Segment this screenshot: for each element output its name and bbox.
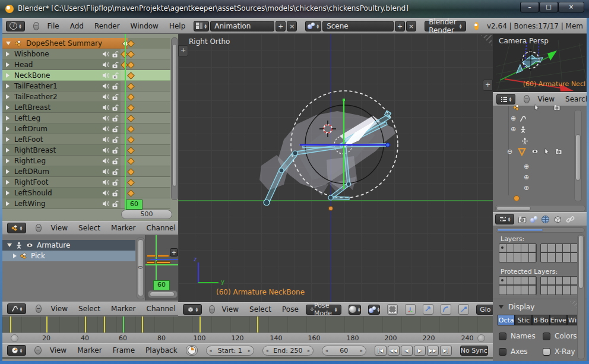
transport-button[interactable]: ▶|	[440, 346, 452, 356]
expand-icon[interactable]	[6, 201, 10, 206]
expand-icon[interactable]	[6, 105, 10, 110]
protected-layers-grid-left[interactable]	[499, 276, 537, 295]
keyframe-diamond[interactable]	[127, 115, 135, 122]
timeline-band[interactable]	[2, 316, 493, 333]
graph-channel-pick[interactable]: Pick	[2, 251, 135, 261]
collapse-menus-button[interactable]: −	[209, 305, 215, 314]
start-frame-field[interactable]: Start: 1	[206, 346, 254, 356]
keyframe-diamond[interactable]	[127, 157, 135, 165]
bone-style-button[interactable]: Stic	[515, 315, 532, 325]
keyframe-marker-line[interactable]	[85, 316, 86, 333]
current-frame-field[interactable]: 60	[322, 346, 366, 356]
mute-speaker-icon[interactable]	[102, 61, 109, 68]
transport-button[interactable]: ▶▶	[427, 346, 439, 356]
lock-icon[interactable]	[112, 104, 119, 111]
mute-speaker-icon[interactable]	[102, 50, 109, 58]
mute-speaker-icon[interactable]	[102, 147, 109, 154]
dopesheet-channel-row[interactable]: RightFoot	[2, 177, 170, 188]
checkbox-icon[interactable]	[543, 333, 550, 340]
screen-layout-icon-button[interactable]	[194, 21, 209, 31]
menu-item[interactable]: Window	[131, 22, 159, 30]
cursor-icon[interactable]	[533, 104, 540, 111]
collapse-menus-button[interactable]: −	[36, 305, 42, 313]
range-slider[interactable]: 500	[121, 210, 172, 219]
dopesheet-channel-row[interactable]: Head	[2, 59, 170, 70]
scrollbar-endcap[interactable]	[11, 334, 18, 342]
menu-item[interactable]: Select	[78, 224, 100, 232]
end-frame-field[interactable]: End: 250	[262, 346, 314, 356]
mute-speaker-icon[interactable]	[102, 115, 109, 122]
viewport-3d[interactable]: Right Ortho + + z y (60) Armature NeckBo…	[178, 34, 493, 316]
add-panel-button[interactable]: +	[170, 248, 178, 257]
lock-icon[interactable]	[112, 147, 119, 154]
lock-icon[interactable]	[112, 83, 119, 90]
bone-style-button[interactable]: Enve	[550, 315, 567, 325]
menu-item[interactable]: Playback	[145, 346, 178, 354]
selected-keyframe-bar[interactable]	[157, 255, 169, 257]
dopesheet-channel-row[interactable]: LeftDRum	[2, 166, 170, 177]
lock-icon[interactable]	[112, 115, 119, 122]
menu-item[interactable]: View	[51, 224, 68, 232]
names-checkbox-row[interactable]: Names	[499, 332, 536, 340]
transport-button[interactable]: ◀	[401, 346, 413, 356]
preview-range-toggle[interactable]	[186, 345, 198, 356]
bone-style-button[interactable]: Octa	[498, 315, 515, 325]
minimize-button[interactable]: –	[520, 2, 539, 12]
lock-icon[interactable]	[112, 50, 119, 58]
keyframe-diamond[interactable]	[127, 179, 135, 186]
menu-item[interactable]: Add	[70, 22, 84, 30]
menu-item[interactable]: Channel	[147, 224, 176, 232]
scene-icon-button[interactable]	[305, 21, 321, 31]
menu-item[interactable]: View	[50, 346, 66, 354]
menu-item[interactable]: View	[222, 305, 239, 314]
transport-button[interactable]: ◀◀	[388, 346, 400, 356]
graph-curve-area[interactable]: 60 +	[145, 235, 178, 300]
menu-item[interactable]: Frame	[113, 346, 135, 354]
editor-type-button-graph[interactable]	[7, 303, 26, 314]
dopesheet-channel-row[interactable]: TailFeather2	[2, 91, 170, 102]
expand-icon[interactable]	[6, 94, 10, 99]
menu-item[interactable]: Select	[249, 305, 271, 314]
scene-field[interactable]: Scene	[322, 21, 394, 31]
dopesheet-channel-row[interactable]: RightBreast	[2, 145, 170, 156]
bone-style-button[interactable]: B-Bo	[532, 315, 549, 325]
translate-manipulator-button[interactable]	[405, 304, 416, 315]
keyframe-marker-line[interactable]	[104, 316, 105, 333]
properties-shelf-tab[interactable]: +	[483, 80, 493, 91]
editor-type-button-properties[interactable]	[495, 214, 514, 224]
expand-icon[interactable]	[6, 148, 10, 153]
keyframe-diamond[interactable]	[127, 93, 135, 101]
mute-speaker-icon[interactable]	[102, 136, 109, 143]
collapse-menus-button[interactable]: −	[34, 346, 42, 354]
outliner-scrollbar[interactable]	[574, 110, 582, 201]
collapse-menus-button[interactable]: −	[36, 224, 42, 232]
camera-render-icon[interactable]	[555, 148, 562, 155]
selected-keyframe-bar[interactable]	[147, 255, 156, 257]
keyframe-diamond[interactable]	[127, 83, 135, 90]
expand-icon[interactable]	[6, 126, 10, 131]
delete-scene-button[interactable]: ×	[406, 21, 416, 31]
close-button[interactable]: ×	[558, 2, 584, 12]
tree-expand-icon[interactable]: ⊕	[511, 125, 516, 133]
keyframe-diamond[interactable]	[127, 147, 135, 154]
rotate-manipulator-button[interactable]	[423, 304, 433, 315]
lock-icon[interactable]	[112, 93, 119, 100]
outliner-tree[interactable]: ⊕ ⊕ ⊖ ⊕ ⊕ ⊕	[493, 106, 587, 205]
menu-item[interactable]: Select	[78, 305, 100, 313]
checkbox-icon[interactable]	[499, 333, 506, 340]
rotate-arc-button[interactable]	[441, 304, 451, 315]
editor-type-button-3dview[interactable]	[183, 304, 202, 315]
maximize-button[interactable]: □	[539, 2, 558, 12]
xray-checkbox-row[interactable]: X-Ray	[543, 347, 575, 356]
editor-type-button-outliner[interactable]	[496, 94, 515, 105]
cursor-icon[interactable]	[543, 148, 550, 155]
keyframe-diamond[interactable]	[127, 136, 135, 144]
tree-expand-icon[interactable]: ⊕	[511, 115, 516, 122]
tree-row[interactable]: ⊕	[524, 181, 529, 192]
colors-checkbox-row[interactable]: Colors	[543, 332, 577, 340]
tree-collapse-icon[interactable]: ⊖	[507, 148, 512, 156]
dopesheet-channel-row[interactable]: LeftDrum	[2, 124, 170, 134]
expand-icon[interactable]	[6, 159, 10, 163]
expand-icon[interactable]	[6, 137, 10, 142]
tree-row[interactable]: ⊕	[524, 170, 529, 182]
